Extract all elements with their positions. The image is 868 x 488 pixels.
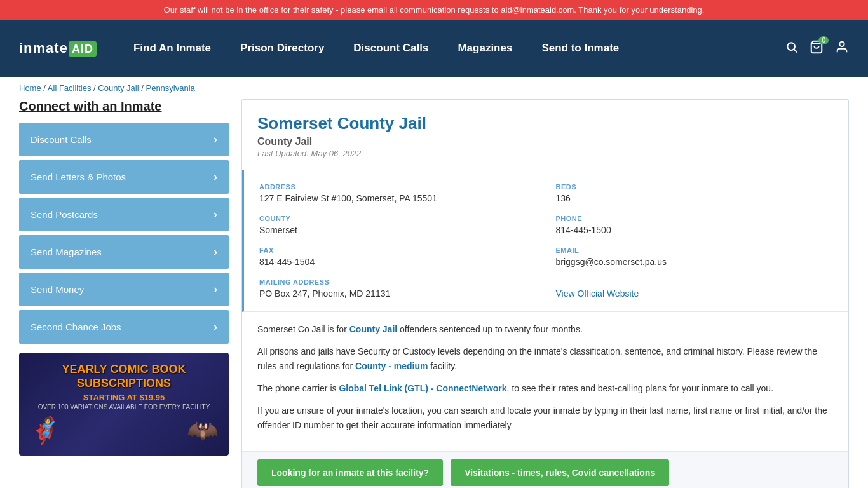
county-label: COUNTY xyxy=(259,215,537,222)
website-block: View Official Website xyxy=(556,278,834,299)
county-jail-link[interactable]: County Jail xyxy=(349,324,397,334)
county-block: COUNTY Somerset xyxy=(259,215,537,235)
logo[interactable]: inmateAID xyxy=(19,40,97,57)
beds-label: BEDS xyxy=(556,183,834,191)
facility-type: County Jail xyxy=(257,136,833,147)
header: inmateAID Find An Inmate Prison Director… xyxy=(0,20,868,77)
nav-find-inmate[interactable]: Find An Inmate xyxy=(122,42,222,55)
visitations-button[interactable]: Visitations - times, rules, Covid cancel… xyxy=(451,459,669,486)
ad-heroes: 🦸 🦇 xyxy=(29,416,219,445)
user-icon xyxy=(835,40,849,54)
phone-block: PHONE 814-445-1500 xyxy=(556,215,834,235)
alert-banner: Our staff will not be in the office for … xyxy=(0,0,868,20)
ad-title: YEARLY COMIC BOOK SUBSCRIPTIONS xyxy=(29,363,219,390)
svg-point-0 xyxy=(787,43,795,50)
sidebar-second-chance-jobs[interactable]: Second Chance Jobs › xyxy=(19,310,229,344)
desc-paragraph-4: If you are unsure of your inmate's locat… xyxy=(257,403,833,433)
sidebar-send-magazines[interactable]: Send Magazines › xyxy=(19,235,229,269)
breadcrumb: Home / All Facilities / County Jail / Pe… xyxy=(0,77,868,99)
svg-line-1 xyxy=(794,49,797,52)
sidebar-send-postcards[interactable]: Send Postcards › xyxy=(19,198,229,231)
user-button[interactable] xyxy=(835,40,849,57)
county-medium-link[interactable]: County - medium xyxy=(355,361,428,371)
chevron-right-icon: › xyxy=(214,208,217,221)
nav-send-to-inmate[interactable]: Send to Inmate xyxy=(530,42,630,55)
desc-paragraph-1: Somerset Co Jail is for County Jail offe… xyxy=(257,322,833,337)
breadcrumb-all-facilities[interactable]: All Facilities xyxy=(48,83,92,93)
ad-price: STARTING AT $19.95 xyxy=(83,393,165,402)
main-container: Connect with an Inmate Discount Calls › … xyxy=(0,99,868,488)
chevron-right-icon: › xyxy=(214,245,217,259)
fax-block: FAX 814-445-1504 xyxy=(259,247,537,267)
email-value: briggsg@co.somerset.pa.us xyxy=(556,257,834,267)
nav-icons: 0 xyxy=(785,40,849,57)
desc-paragraph-3: The phone carrier is Global Tel Link (GT… xyxy=(257,381,833,396)
gtl-link[interactable]: Global Tel Link (GTL) - ConnectNetwork xyxy=(339,383,506,393)
batman-icon: 🦇 xyxy=(187,416,219,445)
breadcrumb-pennsylvania[interactable]: Pennsylvania xyxy=(146,83,194,93)
address-value: 127 E Fairview St #100, Somerset, PA 155… xyxy=(259,193,537,203)
facility-info-grid: ADDRESS 127 E Fairview St #100, Somerset… xyxy=(242,170,848,312)
chevron-right-icon: › xyxy=(214,133,217,146)
fax-value: 814-445-1504 xyxy=(259,257,537,267)
nav-discount-calls[interactable]: Discount Calls xyxy=(342,42,440,55)
last-updated: Last Updated: May 06, 2022 xyxy=(257,149,833,158)
beds-value: 136 xyxy=(556,193,834,203)
county-value: Somerset xyxy=(259,225,537,235)
website-link[interactable]: View Official Website xyxy=(556,288,639,299)
phone-label: PHONE xyxy=(556,215,834,222)
find-inmate-button[interactable]: Looking for an inmate at this facility? xyxy=(257,459,443,486)
chevron-right-icon: › xyxy=(214,170,217,184)
email-block: EMAIL briggsg@co.somerset.pa.us xyxy=(556,247,834,267)
svg-point-3 xyxy=(839,41,844,46)
facility-description: Somerset Co Jail is for County Jail offe… xyxy=(242,312,848,451)
logo-text: inmateAID xyxy=(19,40,97,57)
phone-value: 814-445-1500 xyxy=(556,225,834,235)
search-icon xyxy=(785,41,798,53)
sidebar-send-money[interactable]: Send Money › xyxy=(19,273,229,306)
cart-badge: 0 xyxy=(818,36,829,44)
ad-desc: OVER 100 VARIATIONS AVAILABLE FOR EVERY … xyxy=(38,403,210,410)
mailing-address-label: MAILING ADDRESS xyxy=(259,278,537,286)
sidebar: Connect with an Inmate Discount Calls › … xyxy=(19,99,229,488)
chevron-right-icon: › xyxy=(214,283,217,296)
breadcrumb-county-jail[interactable]: County Jail xyxy=(98,83,139,93)
desc-paragraph-2: All prisons and jails have Security or C… xyxy=(257,344,833,374)
facility-name: Somerset County Jail xyxy=(257,114,833,133)
nav-prison-directory[interactable]: Prison Directory xyxy=(229,42,336,55)
search-button[interactable] xyxy=(785,41,798,57)
superman-icon: 🦸 xyxy=(29,416,61,445)
sidebar-title: Connect with an Inmate xyxy=(19,99,229,114)
address-block: ADDRESS 127 E Fairview St #100, Somerset… xyxy=(259,183,537,203)
mailing-address-value: PO Box 247, Phoenix, MD 21131 xyxy=(259,288,537,299)
nav-magazines[interactable]: Magazines xyxy=(446,42,524,55)
alert-text: Our staff will not be in the office for … xyxy=(164,5,705,15)
main-nav: Find An Inmate Prison Directory Discount… xyxy=(122,42,785,55)
fax-label: FAX xyxy=(259,247,537,254)
facility-content: Somerset County Jail County Jail Last Up… xyxy=(241,99,849,488)
chevron-right-icon: › xyxy=(214,320,217,334)
email-label: EMAIL xyxy=(556,247,834,254)
cart-button[interactable]: 0 xyxy=(810,40,824,57)
beds-block: BEDS 136 xyxy=(556,183,834,203)
mailing-address-block: MAILING ADDRESS PO Box 247, Phoenix, MD … xyxy=(259,278,537,299)
sidebar-send-letters[interactable]: Send Letters & Photos › xyxy=(19,160,229,194)
sidebar-discount-calls[interactable]: Discount Calls › xyxy=(19,123,229,156)
bottom-buttons: Looking for an inmate at this facility? … xyxy=(242,451,848,488)
facility-header: Somerset County Jail County Jail Last Up… xyxy=(242,100,848,170)
sidebar-ad[interactable]: YEARLY COMIC BOOK SUBSCRIPTIONS STARTING… xyxy=(19,353,229,456)
breadcrumb-home[interactable]: Home xyxy=(19,83,41,93)
address-label: ADDRESS xyxy=(259,183,537,191)
